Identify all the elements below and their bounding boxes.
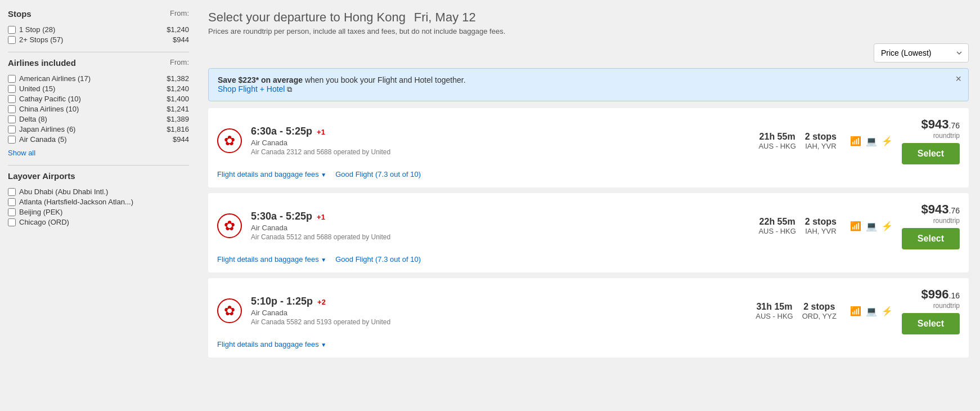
price-type-1: roundtrip: [902, 217, 960, 225]
day-offset-2: +2: [317, 298, 326, 306]
layover-0-row: Abu Dhabi (Abu Dhabi Intl.): [8, 187, 189, 196]
flight-times-0: 6:30a - 5:25p: [251, 126, 312, 137]
price-cents-1: .76: [949, 206, 960, 215]
airline-logo-2: ✿: [217, 298, 242, 323]
airline-4-label[interactable]: Delta (8): [8, 115, 47, 123]
layover-0-label[interactable]: Abu Dhabi (Abu Dhabi Intl.): [8, 187, 108, 196]
flight-info-2: 5:10p - 1:25p +2 Air Canada Air Canada 5…: [251, 296, 747, 326]
details-link-0[interactable]: Flight details and baggage fees ▼: [217, 170, 326, 178]
tv-icon-0: 💻: [866, 136, 877, 146]
flight-footer-0: Flight details and baggage fees ▼ Good F…: [217, 170, 960, 178]
flight-price-section-2: $996.16 roundtrip Select: [902, 287, 960, 334]
airline-3-label[interactable]: China Airlines (10): [8, 105, 79, 113]
stops-from-label: From:: [170, 9, 189, 22]
tv-icon-1: 💻: [866, 221, 877, 231]
airline-1-label[interactable]: United (15): [8, 84, 55, 93]
flight-info-1: 5:30a - 5:25p +1 Air Canada Air Canada 5…: [251, 211, 749, 241]
flight-stops-2: 2 stops ORD, YYZ: [802, 302, 837, 320]
chevron-down-icon-2: ▼: [321, 342, 326, 348]
layover-1-row: Atlanta (Hartsfield-Jackson Atlan...): [8, 198, 189, 206]
airline-6-label[interactable]: Air Canada (5): [8, 135, 67, 144]
layover-2-checkbox[interactable]: [8, 208, 16, 216]
stop-2-row: 2+ Stops (57) $944: [8, 35, 189, 44]
select-button-1[interactable]: Select: [902, 228, 960, 249]
flight-price-2: $996.16 roundtrip: [902, 287, 960, 310]
flight-stops-0: 2 stops IAH, YVR: [805, 132, 837, 150]
wifi-icon-0: 📶: [850, 136, 861, 146]
flight-time-row-2: 5:10p - 1:25p +2: [251, 296, 747, 307]
airline-5-checkbox[interactable]: [8, 126, 16, 133]
layover-3-checkbox[interactable]: [8, 218, 16, 226]
power-icon-0: ⚡: [882, 136, 893, 146]
flight-times-1: 5:30a - 5:25p: [251, 211, 312, 222]
airline-logo-1: ✿: [217, 213, 242, 238]
sidebar: Stops From: 1 Stop (28) $1,240 2+ Stops …: [0, 0, 197, 411]
flight-main-0: ✿ 6:30a - 5:25p +1 Air Canada Air Canada…: [217, 117, 960, 164]
flight-card-0: ✿ 6:30a - 5:25p +1 Air Canada Air Canada…: [208, 108, 969, 187]
flight-card-1: ✿ 5:30a - 5:25p +1 Air Canada Air Canada…: [208, 193, 969, 272]
airline-1-checkbox[interactable]: [8, 85, 16, 93]
promo-close-button[interactable]: ×: [955, 73, 961, 85]
flight-duration-0: 21h 55m AUS - HKG: [758, 132, 795, 150]
airline-2-checkbox[interactable]: [8, 95, 16, 103]
day-offset-0: +1: [317, 128, 325, 136]
stops-text-0: 2 stops: [805, 132, 837, 142]
stop-2-label[interactable]: 2+ Stops (57): [8, 35, 63, 44]
airline-4-row: Delta (8) $1,389: [8, 115, 189, 123]
wifi-icon-2: 📶: [850, 306, 861, 316]
flight-operated-0: Air Canada 2312 and 5688 operated by Uni…: [251, 148, 749, 156]
flight-amenities-2: 📶 💻 ⚡: [850, 306, 893, 316]
flight-airline-0: Air Canada: [251, 139, 749, 147]
airline-6-row: Air Canada (5) $944: [8, 135, 189, 144]
price-type-0: roundtrip: [902, 132, 960, 140]
show-all-airlines-link[interactable]: Show all: [8, 149, 35, 157]
airline-2-row: Cathay Pacific (10) $1,400: [8, 95, 189, 103]
divider-1: [8, 52, 189, 52]
flight-footer-2: Flight details and baggage fees ▼: [217, 340, 960, 349]
details-link-1[interactable]: Flight details and baggage fees ▼: [217, 255, 326, 263]
airline-1-row: United (15) $1,240: [8, 84, 189, 93]
flight-times-2: 5:10p - 1:25p: [251, 296, 313, 307]
page-title: Select your departure to Hong Kong Fri, …: [208, 9, 969, 25]
day-offset-1: +1: [317, 213, 325, 221]
airline-1-price: $1,240: [167, 84, 189, 93]
stop-2-checkbox[interactable]: [8, 36, 16, 44]
airline-0-checkbox[interactable]: [8, 75, 16, 83]
airlines-filter-title: Airlines included: [8, 58, 76, 68]
flight-duration-1: 22h 55m AUS - HKG: [758, 217, 795, 235]
airline-3-checkbox[interactable]: [8, 105, 16, 113]
layover-0-checkbox[interactable]: [8, 188, 16, 196]
airline-3-price: $1,241: [167, 105, 189, 113]
stops-text-2: 2 stops: [802, 302, 837, 312]
airline-6-checkbox[interactable]: [8, 136, 16, 144]
details-link-2[interactable]: Flight details and baggage fees ▼: [217, 340, 326, 349]
airline-0-price: $1,382: [167, 74, 189, 83]
layover-1-checkbox[interactable]: [8, 198, 16, 206]
flight-operated-2: Air Canada 5582 and 5193 operated by Uni…: [251, 318, 747, 326]
tv-icon-2: 💻: [866, 306, 877, 316]
layover-3-label[interactable]: Chicago (ORD): [8, 218, 69, 226]
select-button-2[interactable]: Select: [902, 313, 960, 334]
price-cents-2: .16: [949, 291, 960, 300]
select-button-0[interactable]: Select: [902, 143, 960, 164]
stop-1-label[interactable]: 1 Stop (28): [8, 25, 55, 34]
flight-operated-1: Air Canada 5512 and 5688 operated by Uni…: [251, 233, 749, 241]
duration-text-0: 21h 55m: [758, 132, 795, 142]
layover-2-label[interactable]: Beijing (PEK): [8, 208, 62, 216]
flight-time-row-0: 6:30a - 5:25p +1: [251, 126, 749, 137]
airline-0-label[interactable]: American Airlines (17): [8, 74, 91, 83]
airline-2-label[interactable]: Cathay Pacific (10): [8, 95, 81, 103]
stop-1-row: 1 Stop (28) $1,240: [8, 25, 189, 34]
wifi-icon-1: 📶: [850, 221, 861, 231]
airline-5-label[interactable]: Japan Airlines (6): [8, 125, 75, 133]
airline-4-checkbox[interactable]: [8, 115, 16, 123]
layover-1-label[interactable]: Atlanta (Hartsfield-Jackson Atlan...): [8, 198, 133, 206]
stop-1-checkbox[interactable]: [8, 26, 16, 34]
sort-select[interactable]: Price (Lowest) Duration (Shortest) Depar…: [874, 43, 969, 62]
promo-link[interactable]: Shop Flight + Hotel: [218, 84, 285, 93]
power-icon-2: ⚡: [882, 306, 893, 316]
sort-bar: Price (Lowest) Duration (Shortest) Depar…: [208, 43, 969, 62]
promo-rest-text: when you book your Flight and Hotel toge…: [303, 75, 466, 84]
route-text-1: AUS - HKG: [758, 227, 795, 235]
flight-price-section-0: $943.76 roundtrip Select: [902, 117, 960, 164]
